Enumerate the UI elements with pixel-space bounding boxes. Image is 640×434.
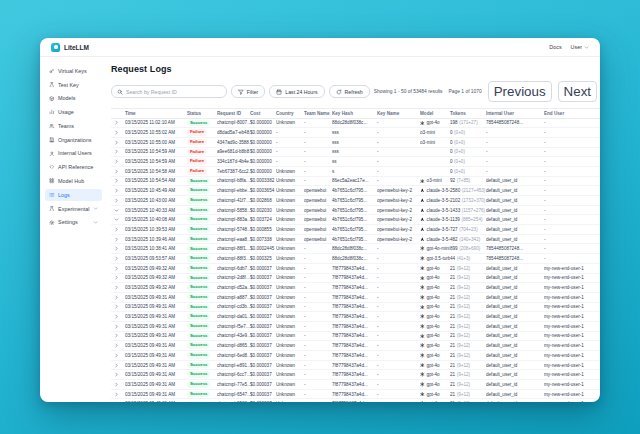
cell-key-hash[interactable]: 7f87798437a4d... [332,392,377,397]
cell-request-id[interactable]: chatcmpl-eaa8... [217,237,250,242]
cell-request-id[interactable]: chatcmpl-88f3... [217,256,250,261]
cell-key-hash[interactable]: 7f87798437a4d... [332,304,377,309]
table-row[interactable]: 03/15/2025 10:54:58 AMFailure7eb67387-6c… [111,167,600,177]
column-header-team-name[interactable]: Team Name [304,111,332,116]
expand-row-button[interactable] [111,343,125,348]
cell-key-hash[interactable]: 4b7651c6cf795... [332,208,377,213]
expand-row-button[interactable] [111,120,125,125]
cell-key-hash[interactable]: 4b7651c6cf795... [332,188,377,193]
user-menu[interactable]: User [571,44,589,50]
table-row[interactable]: 03/15/2025 10:54:54 AMSuccesschatcmpl-b8… [111,177,600,187]
cell-request-id[interactable]: chatcmpl-6ed8... [217,353,250,358]
expand-row-button[interactable] [111,333,125,338]
refresh-button[interactable]: Refresh [329,85,370,98]
expand-row-button[interactable] [111,227,125,232]
expand-row-button[interactable] [111,363,125,368]
expand-row-button[interactable] [111,314,125,319]
table-row[interactable]: 03/15/2025 10:45:49 AMSuccesschatcmpl-eb… [111,186,600,196]
expand-row-button[interactable] [111,353,125,358]
expand-row-button[interactable] [111,246,125,251]
brand[interactable]: LiteLLM [51,43,89,52]
expand-row-button[interactable] [111,304,125,309]
next-page-button[interactable]: Next [558,81,597,102]
column-header-end-user[interactable]: End User [544,111,592,116]
column-header-status[interactable]: Status [187,111,217,116]
table-row[interactable]: 03/15/2025 10:55:00 AMFailure4347ad9c-35… [111,138,600,148]
table-row[interactable]: 03/15/2025 10:39:53 AMSuccesschatcmpl-57… [111,225,600,235]
table-row[interactable]: 03/15/2025 09:49:32 AMSuccesschatcmpl-2d… [111,274,600,284]
column-header-key-hash[interactable]: Key Hash [332,111,377,116]
cell-request-id[interactable]: chatcmpl-cd3b... [217,304,250,309]
cell-key-hash[interactable]: 7f87798437a4d... [332,333,377,338]
cell-key-hash[interactable]: 7f87798437a4d... [332,401,377,402]
sidebar-item-settings[interactable]: Settings [45,217,102,229]
cell-key-hash[interactable]: sss [332,140,377,145]
search-input[interactable] [126,89,221,95]
cell-request-id[interactable]: chatcmpl-41f7... [217,198,250,203]
cell-request-id[interactable]: chatcmpl-e891... [217,363,250,368]
cell-key-hash[interactable]: 7f87798437a4d... [332,324,377,329]
expand-row-button[interactable] [111,140,125,145]
table-row[interactable]: 03/15/2025 09:49:31 AMSuccesschatcmpl-cd… [111,303,600,313]
cell-key-hash[interactable]: 7f87798437a4d... [332,314,377,319]
expand-row-button[interactable] [111,382,125,387]
cell-request-id[interactable]: chatcmpl-2d8f... [217,275,250,280]
column-header-tokens[interactable]: Tokens [450,111,486,116]
sidebar-item-models[interactable]: Models [45,93,102,105]
expand-row-button[interactable] [111,178,125,183]
table-row[interactable]: 03/15/2025 10:43:00 AMSuccesschatcmpl-41… [111,196,600,206]
cell-key-hash[interactable]: 7f87798437a4d... [332,363,377,368]
expand-row-button[interactable] [111,266,125,271]
cell-request-id[interactable]: chatcmpl-6db7... [217,266,250,271]
expand-row-button[interactable] [111,130,125,135]
table-row[interactable]: 03/15/2025 09:49:31 AMSuccesschatcmpl-e8… [111,361,600,371]
cell-request-id[interactable]: chatcmpl-8007... [217,120,250,125]
sidebar-item-logs[interactable]: Logs [45,189,102,201]
sidebar-item-usage[interactable]: Usage [45,106,102,118]
cell-request-id[interactable]: chatcmpl-a887... [217,295,250,300]
cell-request-id[interactable]: chatcmpl-88f1... [217,246,250,251]
cell-key-hash[interactable]: ss [332,159,377,164]
cell-key-hash[interactable]: 7f87798437a4d... [332,372,377,377]
cell-key-hash[interactable]: s [332,169,377,174]
cell-key-hash[interactable]: 7f87798437a4d... [332,285,377,290]
cell-request-id[interactable]: 334c187d-4b4e... [217,159,250,164]
cell-key-hash[interactable]: 88dc28d8f038c... [332,256,377,261]
cell-key-hash[interactable]: 7f87798437a4d... [332,382,377,387]
expand-row-button[interactable] [111,198,125,203]
table-row[interactable]: 03/15/2025 10:40:33 AMSuccesschatcmpl-58… [111,206,600,216]
cell-key-hash[interactable]: 88dc28d8f038c... [332,120,377,125]
filter-button[interactable]: Filter [231,85,266,98]
table-row[interactable]: 03/15/2025 09:53:57 AMSuccesschatcmpl-88… [111,254,600,264]
column-header-request-id[interactable]: Request ID [217,111,250,116]
table-row[interactable]: 03/15/2025 09:49:31 AMSuccesschatcmpl-6e… [111,351,600,361]
table-row[interactable]: 03/15/2025 10:40:08 AMSuccesschatcmpl-88… [111,215,600,225]
cell-request-id[interactable]: a9ee681d-b8b8... [217,149,250,154]
cell-key-hash[interactable]: 86ec5a2eac17e... [332,178,377,183]
column-header-internal-user[interactable]: Internal User [486,111,544,116]
column-header-model[interactable]: Model [420,111,450,116]
cell-request-id[interactable]: 4347ad9c-3588... [217,140,250,145]
cell-request-id[interactable]: chatcmpl-b8fa... [217,178,250,183]
cell-request-id[interactable]: chatcmpl-6547... [217,392,250,397]
table-row[interactable]: 03/15/2025 09:49:32 AMSuccesschatcmpl-d5… [111,283,600,293]
table-row[interactable]: 03/15/2025 09:49:31 AMSuccesschatcmpl-6c… [111,370,600,380]
expand-row-button[interactable] [111,295,125,300]
expand-row-button[interactable] [111,372,125,377]
time-range-button[interactable]: Last 24 Hours [269,85,324,98]
cell-key-hash[interactable]: 7f87798437a4d... [332,275,377,280]
table-row[interactable]: 03/15/2025 09:49:31 AMSuccesschatcmpl-da… [111,312,600,322]
cell-key-hash[interactable]: 88dc28d8f038c... [332,246,377,251]
expand-row-button[interactable] [111,149,125,154]
cell-request-id[interactable]: chatcmpl-f5e7... [217,324,250,329]
expand-row-button[interactable] [111,188,125,193]
expand-row-button[interactable] [111,237,125,242]
cell-key-hash[interactable]: 4b7651c6cf795... [332,237,377,242]
table-row[interactable]: 03/15/2025 09:49:31 AMSuccesschatcmpl-89… [111,399,600,402]
sidebar-item-test-key[interactable]: Test Key [45,79,102,91]
column-header-key-name[interactable]: Key Name [377,111,420,116]
table-row[interactable]: 03/15/2025 09:49:31 AMSuccesschatcmpl-d8… [111,341,600,351]
column-header-cost[interactable]: Cost [250,111,276,116]
expand-row-button[interactable] [111,324,125,329]
cell-request-id[interactable]: d8dad5a7-eb48... [217,130,250,135]
